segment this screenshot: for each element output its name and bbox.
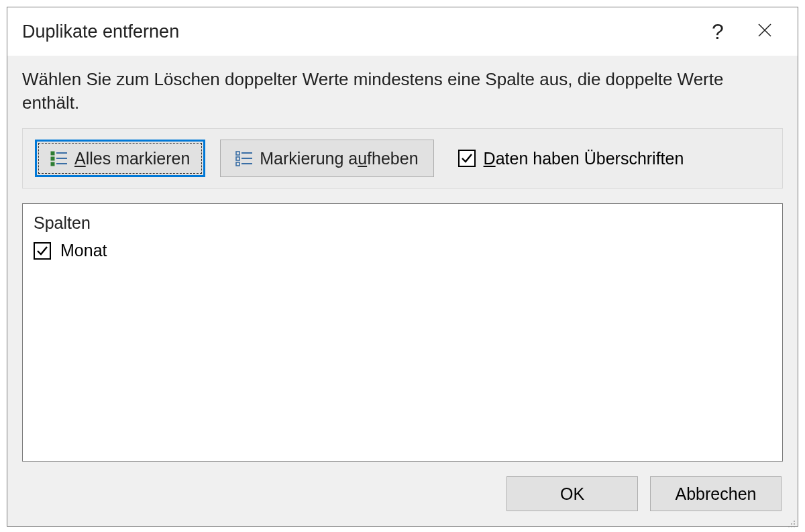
columns-header: Spalten <box>32 211 773 240</box>
close-button[interactable] <box>745 13 784 50</box>
dialog-body: Wählen Sie zum Löschen doppelter Werte m… <box>7 56 798 526</box>
dialog-footer: OK Abbrechen <box>22 462 783 515</box>
svg-point-14 <box>794 521 795 522</box>
dialog-title: Duplikate entfernen <box>22 21 698 42</box>
unselect-all-button[interactable]: Markierung aufheben <box>220 140 433 177</box>
svg-rect-9 <box>236 157 239 160</box>
svg-rect-8 <box>236 152 239 155</box>
close-icon <box>757 20 773 43</box>
checkbox-icon <box>458 150 476 167</box>
svg-point-16 <box>794 523 795 525</box>
svg-rect-4 <box>51 162 54 166</box>
ok-button[interactable]: OK <box>506 476 638 511</box>
instructions-text: Wählen Sie zum Löschen doppelter Werte m… <box>22 68 783 115</box>
svg-point-19 <box>794 526 795 527</box>
svg-point-15 <box>791 523 792 525</box>
titlebar: Duplikate entfernen ? <box>7 7 798 56</box>
svg-rect-2 <box>51 152 54 155</box>
data-has-headers-checkbox[interactable]: Daten haben Überschriften <box>458 149 684 168</box>
remove-duplicates-dialog: Duplikate entfernen ? Wählen Sie zum Lös… <box>7 7 798 527</box>
svg-point-18 <box>791 526 792 527</box>
resize-grip[interactable] <box>786 514 796 525</box>
checkbox-icon <box>34 242 51 260</box>
help-button[interactable]: ? <box>698 13 737 50</box>
column-item-label: Monat <box>60 241 107 260</box>
column-item[interactable]: Monat <box>32 240 773 262</box>
columns-listbox[interactable]: Spalten Monat <box>22 203 783 462</box>
unselect-all-label: Markierung aufheben <box>260 149 418 168</box>
unselect-all-icon <box>235 150 253 167</box>
data-has-headers-label: Daten haben Überschriften <box>484 149 684 168</box>
select-all-label: Alles markieren <box>74 149 190 168</box>
select-all-icon <box>50 150 68 167</box>
cancel-button[interactable]: Abbrechen <box>650 476 782 511</box>
svg-point-17 <box>788 526 790 527</box>
toolbar: Alles markieren Markierung aufheben <box>22 128 783 189</box>
svg-rect-3 <box>51 157 54 160</box>
svg-rect-10 <box>236 162 239 166</box>
select-all-button[interactable]: Alles markieren <box>35 140 205 177</box>
